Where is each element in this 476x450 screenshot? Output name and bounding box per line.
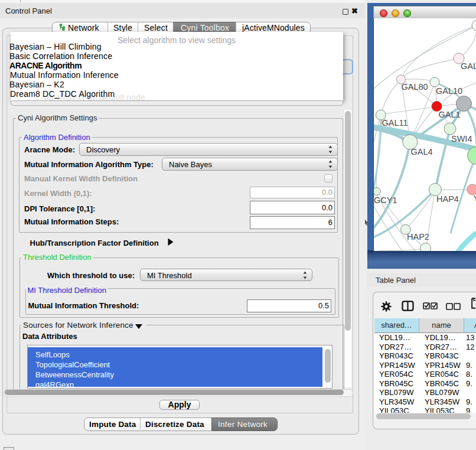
svg-text:HAP2: HAP2 xyxy=(407,232,429,242)
svg-text:GAL1: GAL1 xyxy=(439,110,461,119)
svg-text:Y: Y xyxy=(474,194,476,203)
svg-text:GAL4: GAL4 xyxy=(411,147,433,156)
svg-text:GAL2: GAL2 xyxy=(461,61,476,71)
svg-text:GAL11: GAL11 xyxy=(382,118,408,128)
svg-text:GAL80: GAL80 xyxy=(402,82,428,92)
svg-text:GAL10: GAL10 xyxy=(436,86,462,96)
svg-text:HAP4: HAP4 xyxy=(436,194,459,204)
svg-text:SWI4: SWI4 xyxy=(451,134,472,144)
svg-text:GCY1: GCY1 xyxy=(374,195,397,205)
